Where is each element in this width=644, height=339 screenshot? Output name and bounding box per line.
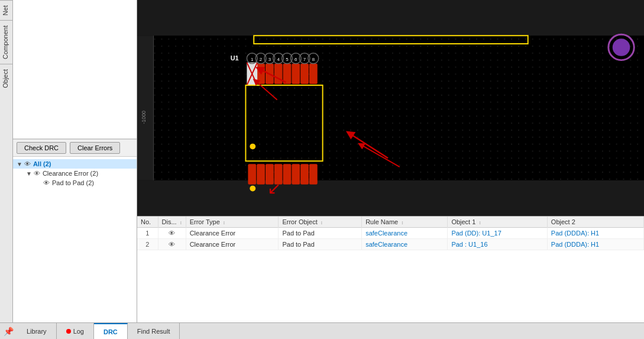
cell-object2[interactable]: Pad (DDDA): H1 <box>547 239 643 250</box>
svg-rect-42 <box>300 164 309 185</box>
svg-rect-39 <box>274 164 283 185</box>
results-table[interactable]: No. Dis... ↕ Error Type ↕ Erro <box>137 217 644 322</box>
check-drc-button[interactable]: Check DRC <box>17 142 66 154</box>
cell-object2[interactable]: Pad (DDDA): H1 <box>547 228 643 239</box>
svg-point-49 <box>613 38 630 56</box>
eye-icon-clearance: 👁 <box>34 170 40 177</box>
cell-error-type: Clearance Error <box>186 228 279 239</box>
svg-rect-41 <box>292 164 300 185</box>
tree-label-all: All (2) <box>33 160 51 167</box>
svg-rect-38 <box>266 164 274 185</box>
col-header-no[interactable]: No. <box>137 217 158 228</box>
col-header-rule-name[interactable]: Rule Name ↕ <box>362 217 448 228</box>
svg-text:2: 2 <box>260 57 262 62</box>
svg-rect-2 <box>137 35 644 180</box>
drc-panel: Check DRC Clear Errors ▼ 👁 All (2) ▼ 👁 C… <box>13 139 137 322</box>
sort-icon-dis: ↕ <box>180 220 182 225</box>
svg-rect-43 <box>309 164 318 185</box>
svg-rect-14 <box>309 64 318 85</box>
col-header-error-type[interactable]: Error Type ↕ <box>186 217 279 228</box>
svg-text:3: 3 <box>268 57 271 62</box>
pcb-canvas-area[interactable]: -1000 U1 <box>137 0 644 216</box>
cell-no: 2 <box>137 239 158 250</box>
tree-label-clearance: Clearance Error (2) <box>43 170 98 177</box>
pin-icon[interactable]: 📌 <box>0 323 17 339</box>
sort-icon-error-type: ↕ <box>223 220 225 225</box>
tree-label-pad: Pad to Pad (2) <box>52 179 94 186</box>
cell-no: 1 <box>137 228 158 239</box>
expand-icon-clearance: ▼ <box>26 170 32 177</box>
tab-log[interactable]: Log <box>57 323 94 339</box>
cell-error-object: Pad to Pad <box>279 239 362 250</box>
cell-rule-name[interactable]: safeClearance <box>362 239 448 250</box>
sidebar-tab-component[interactable]: Component <box>0 20 12 64</box>
sort-icon-object1: ↕ <box>478 220 481 225</box>
main-area: Net Component Object Check DRC Clear Err… <box>0 0 644 322</box>
svg-rect-8 <box>257 64 265 85</box>
svg-rect-40 <box>283 164 292 185</box>
tree-item-all[interactable]: ▼ 👁 All (2) <box>13 159 137 169</box>
tab-library[interactable]: Library <box>17 323 57 339</box>
drc-results-table: No. Dis... ↕ Error Type ↕ Erro <box>137 217 644 250</box>
table-row[interactable]: 2 👁 Clearance Error Pad to Pad safeClear… <box>137 239 644 250</box>
eye-icon-all: 👁 <box>24 160 31 167</box>
col-header-object1[interactable]: Object 1 ↕ <box>448 217 547 228</box>
svg-rect-13 <box>300 64 309 85</box>
cell-error-object: Pad to Pad <box>279 228 362 239</box>
inspector-area <box>13 0 137 139</box>
sort-icon-rule-name: ↕ <box>401 220 403 225</box>
bottom-tab-bar: 📌 Library Log DRC Find Result <box>0 322 644 339</box>
svg-text:7: 7 <box>303 57 306 62</box>
svg-point-35 <box>250 144 255 150</box>
sidebar-tab-net[interactable]: Net <box>0 0 12 20</box>
sidebar-tabs: Net Component Object <box>0 0 13 322</box>
eye-icon-pad: 👁 <box>43 179 50 186</box>
svg-rect-36 <box>248 164 256 185</box>
tree-item-clearance[interactable]: ▼ 👁 Clearance Error (2) <box>13 169 137 178</box>
table-body: 1 👁 Clearance Error Pad to Pad safeClear… <box>137 228 644 250</box>
log-dot <box>66 329 71 334</box>
table-row[interactable]: 1 👁 Clearance Error Pad to Pad safeClear… <box>137 228 644 239</box>
cell-dis[interactable]: 👁 <box>158 239 186 250</box>
cell-rule-name[interactable]: safeClearance <box>362 228 448 239</box>
cell-object1[interactable]: Pad (DD): U1_17 <box>448 228 547 239</box>
tree-item-pad[interactable]: ▶ 👁 Pad to Pad (2) <box>13 178 137 188</box>
results-panel: No. Dis... ↕ Error Type ↕ Erro <box>137 216 644 322</box>
svg-point-44 <box>250 186 255 192</box>
col-header-object2[interactable]: Object 2 <box>547 217 643 228</box>
sidebar-tab-object[interactable]: Object <box>0 64 12 93</box>
drc-tree: ▼ 👁 All (2) ▼ 👁 Clearance Error (2) ▶ 👁 … <box>13 157 137 322</box>
tab-find-result[interactable]: Find Result <box>128 323 180 339</box>
col-header-error-object[interactable]: Error Object ↕ <box>279 217 362 228</box>
col-header-dis[interactable]: Dis... ↕ <box>158 217 186 228</box>
svg-text:5: 5 <box>286 57 289 62</box>
svg-rect-37 <box>257 164 265 185</box>
sort-icon-error-object: ↕ <box>321 220 323 225</box>
tab-drc[interactable]: DRC <box>94 323 128 339</box>
drc-toolbar: Check DRC Clear Errors <box>13 140 137 157</box>
cell-object1[interactable]: Pad : U1_16 <box>448 239 547 250</box>
pcb-svg: -1000 U1 <box>137 0 644 216</box>
svg-text:U1: U1 <box>231 54 239 62</box>
clear-errors-button[interactable]: Clear Errors <box>70 142 120 154</box>
svg-text:4: 4 <box>277 57 280 62</box>
svg-text:8: 8 <box>312 57 315 62</box>
svg-rect-10 <box>274 64 283 85</box>
svg-rect-3 <box>137 35 154 180</box>
svg-text:-1000: -1000 <box>141 111 147 124</box>
svg-text:1: 1 <box>251 57 253 62</box>
svg-text:6: 6 <box>295 57 297 62</box>
table-header-row: No. Dis... ↕ Error Type ↕ Erro <box>137 217 644 228</box>
expand-icon: ▼ <box>17 161 22 167</box>
cell-error-type: Clearance Error <box>186 239 279 250</box>
svg-rect-12 <box>292 64 300 85</box>
left-panel: Check DRC Clear Errors ▼ 👁 All (2) ▼ 👁 C… <box>13 0 137 322</box>
cell-dis[interactable]: 👁 <box>158 228 186 239</box>
